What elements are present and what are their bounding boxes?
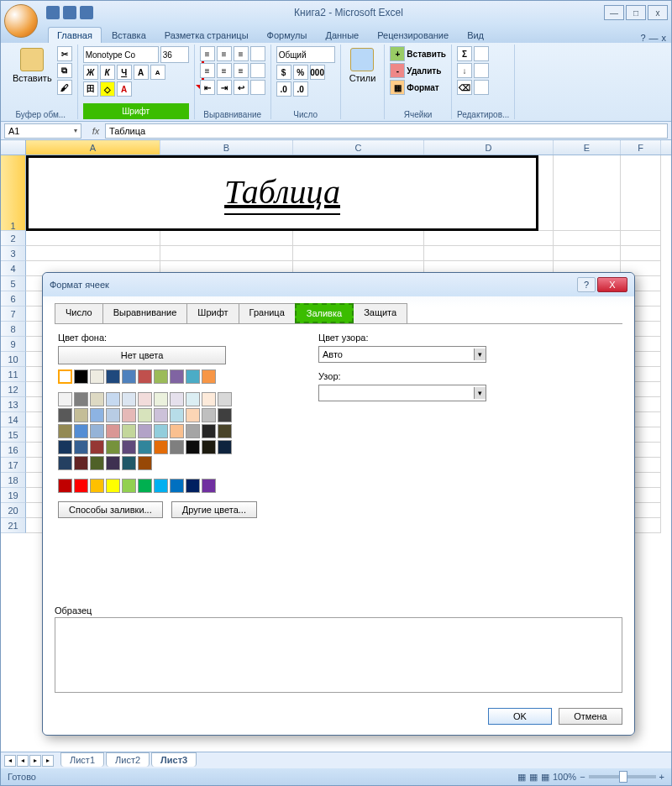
color-swatch[interactable]	[58, 369, 72, 384]
dtab-alignment[interactable]: Выравнивание	[102, 303, 188, 323]
format-cells-button[interactable]: ▦Формат	[390, 80, 446, 95]
cell[interactable]	[621, 246, 661, 261]
sheet-tab-1[interactable]: Лист1	[60, 752, 104, 767]
dtab-fill[interactable]: Заливка	[295, 303, 354, 323]
color-swatch[interactable]	[170, 440, 184, 454]
color-swatch[interactable]	[186, 369, 200, 384]
color-swatch[interactable]	[154, 479, 168, 493]
fx-icon[interactable]: fx	[88, 123, 103, 139]
color-swatch[interactable]	[74, 456, 88, 470]
inc-decimal-icon[interactable]: .0	[276, 81, 291, 97]
sheet-tab-2[interactable]: Лист2	[106, 752, 150, 767]
color-swatch[interactable]	[74, 392, 88, 406]
row-header[interactable]: 16	[1, 443, 26, 458]
color-swatch[interactable]	[218, 424, 232, 438]
italic-button[interactable]: К	[100, 65, 115, 80]
dialog-help-button[interactable]: ?	[577, 277, 596, 292]
color-swatch[interactable]	[122, 424, 136, 438]
col-header-d[interactable]: D	[424, 140, 554, 155]
color-swatch[interactable]	[202, 440, 216, 454]
view-layout-icon[interactable]: ▦	[529, 772, 538, 783]
dtab-font[interactable]: Шрифт	[186, 303, 239, 323]
color-swatch[interactable]	[58, 440, 72, 454]
color-swatch[interactable]	[74, 440, 88, 454]
color-swatch[interactable]	[90, 424, 104, 438]
color-swatch[interactable]	[90, 408, 104, 422]
tab-page-layout[interactable]: Разметка страницы	[156, 28, 257, 43]
indent-inc-icon[interactable]: ⇥	[217, 80, 232, 95]
fill-effects-button[interactable]: Способы заливки...	[58, 501, 163, 518]
color-swatch[interactable]	[154, 440, 168, 454]
fill-icon[interactable]: ↓	[457, 63, 472, 78]
styles-button[interactable]: Стили	[346, 46, 380, 85]
save-icon[interactable]	[46, 6, 60, 19]
color-swatch[interactable]	[186, 440, 200, 454]
row-header[interactable]: 10	[1, 352, 26, 367]
align-left-icon[interactable]: ≡	[200, 63, 215, 78]
color-swatch[interactable]	[138, 424, 152, 438]
row-header[interactable]: 7	[1, 307, 26, 322]
color-swatch[interactable]	[106, 456, 120, 470]
dec-decimal-icon[interactable]: .0	[293, 81, 308, 97]
close-button[interactable]: x	[648, 5, 668, 20]
row-header[interactable]: 18	[1, 473, 26, 488]
color-swatch[interactable]	[202, 424, 216, 438]
merged-cell-a1[interactable]: Таблица	[26, 155, 538, 231]
font-color-icon[interactable]: A	[117, 81, 132, 97]
color-swatch[interactable]	[218, 440, 232, 454]
color-swatch[interactable]	[58, 392, 72, 406]
color-swatch[interactable]	[154, 369, 168, 384]
pattern-color-combo[interactable]: Авто	[318, 346, 486, 363]
color-swatch[interactable]	[106, 408, 120, 422]
row-header[interactable]: 5	[1, 276, 26, 291]
color-swatch[interactable]	[58, 408, 72, 422]
color-swatch[interactable]	[90, 456, 104, 470]
tab-insert[interactable]: Вставка	[103, 28, 155, 43]
color-swatch[interactable]	[202, 392, 216, 406]
color-swatch[interactable]	[74, 479, 88, 493]
pattern-combo[interactable]	[318, 385, 486, 401]
undo-icon[interactable]	[63, 6, 76, 19]
align-center-icon[interactable]: ≡	[217, 63, 232, 78]
row-header[interactable]: 6	[1, 291, 26, 307]
align-bot-icon[interactable]: ≡	[234, 46, 249, 61]
color-swatch[interactable]	[90, 479, 104, 493]
row-header[interactable]: 15	[1, 427, 26, 443]
zoom-in-icon[interactable]: +	[659, 772, 664, 782]
col-header-c[interactable]: C	[293, 140, 424, 155]
color-swatch[interactable]	[138, 456, 152, 470]
shrink-font-icon[interactable]: A	[150, 65, 165, 80]
color-swatch[interactable]	[202, 479, 216, 493]
quick-access-toolbar[interactable]	[46, 6, 93, 19]
color-swatch[interactable]	[74, 408, 88, 422]
format-painter-icon[interactable]: 🖌	[57, 80, 72, 95]
autosum-icon[interactable]: Σ	[457, 46, 472, 61]
color-swatch[interactable]	[58, 456, 72, 470]
insert-cells-button[interactable]: +Вставить	[390, 46, 446, 61]
color-swatch[interactable]	[106, 424, 120, 438]
zoom-slider[interactable]	[589, 775, 656, 778]
row-header[interactable]: 20	[1, 503, 26, 518]
align-top-icon[interactable]: ≡	[200, 46, 215, 61]
ok-button[interactable]: OK	[488, 708, 552, 725]
ribbon-close-icon[interactable]: x	[662, 33, 667, 43]
color-swatch[interactable]	[106, 440, 120, 454]
select-all-corner[interactable]	[1, 140, 26, 155]
row-header[interactable]: 19	[1, 488, 26, 503]
cell[interactable]	[554, 246, 621, 261]
cancel-button[interactable]: Отмена	[559, 708, 622, 725]
col-header-e[interactable]: E	[554, 140, 621, 155]
align-mid-icon[interactable]: ≡	[217, 46, 232, 61]
color-swatch[interactable]	[58, 479, 72, 493]
color-swatch[interactable]	[170, 479, 184, 493]
color-swatch[interactable]	[218, 408, 232, 422]
row-header[interactable]: 21	[1, 518, 26, 533]
color-swatch[interactable]	[170, 424, 184, 438]
color-swatch[interactable]	[202, 369, 216, 384]
tab-data[interactable]: Данные	[317, 28, 367, 43]
color-swatch[interactable]	[186, 479, 200, 493]
color-swatch[interactable]	[122, 456, 136, 470]
row-header[interactable]: 13	[1, 397, 26, 412]
row-header[interactable]: 4	[1, 261, 26, 276]
cell[interactable]	[26, 231, 160, 246]
